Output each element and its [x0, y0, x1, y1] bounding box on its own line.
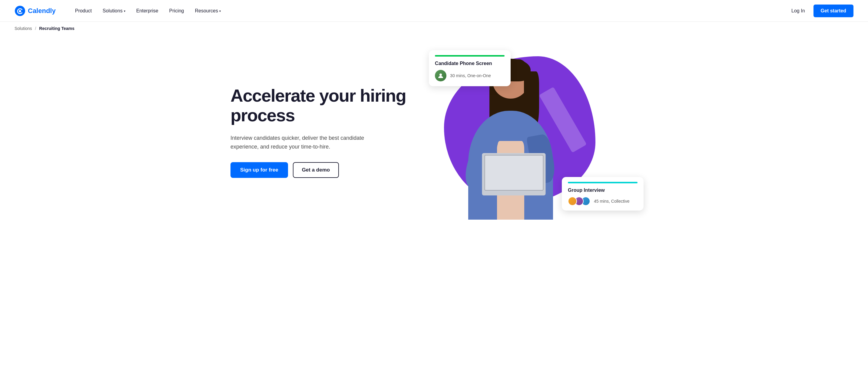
nav-item-pricing[interactable]: Pricing [164, 6, 189, 16]
card-phone-screen-meta: 30 mins, One-on-One [450, 73, 491, 78]
svg-point-1 [19, 10, 21, 12]
chevron-down-icon: ▾ [124, 9, 125, 13]
logo-text: Calendly [28, 7, 56, 15]
navbar: Calendly Product Solutions ▾ Enterprise … [0, 0, 868, 22]
nav-links: Product Solutions ▾ Enterprise Pricing R… [70, 6, 788, 16]
logo-link[interactable]: Calendly [14, 5, 56, 16]
nav-item-resources[interactable]: Resources ▾ [190, 6, 226, 16]
nav-item-product[interactable]: Product [70, 6, 97, 16]
hero-title: Accelerate your hiring process [230, 86, 414, 125]
svg-point-2 [439, 73, 442, 76]
card-group-interview: Group Interview 45 mins, Collective [562, 177, 644, 211]
nav-item-solutions[interactable]: Solutions ▾ [98, 6, 130, 16]
breadcrumb-separator: / [35, 26, 36, 31]
hero-subtitle: Interview candidates quicker, deliver th… [230, 134, 376, 151]
card-group-interview-meta: 45 mins, Collective [594, 199, 630, 204]
breadcrumb-parent[interactable]: Solutions [14, 26, 32, 31]
card-phone-screen-title: Candidate Phone Screen [435, 61, 504, 66]
calendly-logo-icon [14, 5, 26, 16]
hero-buttons: Sign up for free Get a demo [230, 162, 414, 178]
get-started-button[interactable]: Get started [813, 4, 854, 17]
card-bottom-accent [568, 182, 638, 183]
hero-section: Accelerate your hiring process Interview… [216, 35, 652, 238]
hero-left: Accelerate your hiring process Interview… [230, 86, 426, 178]
demo-button[interactable]: Get a demo [293, 162, 339, 178]
signup-button[interactable]: Sign up for free [230, 162, 288, 178]
chevron-down-icon: ▾ [219, 9, 221, 13]
card-phone-screen: Candidate Phone Screen 30 mins, One-on-O… [429, 50, 510, 86]
card-top-accent [435, 55, 504, 57]
login-button[interactable]: Log In [788, 6, 808, 16]
nav-right: Log In Get started [788, 4, 854, 17]
card-group-interview-title: Group Interview [568, 187, 638, 193]
avatar-group [568, 197, 590, 206]
nav-item-enterprise[interactable]: Enterprise [131, 6, 163, 16]
avatar-recruiter [435, 70, 446, 81]
hero-right: Candidate Phone Screen 30 mins, One-on-O… [426, 44, 638, 220]
breadcrumb: Solutions / Recruiting Teams [0, 22, 868, 35]
breadcrumb-current: Recruiting Teams [39, 26, 74, 31]
